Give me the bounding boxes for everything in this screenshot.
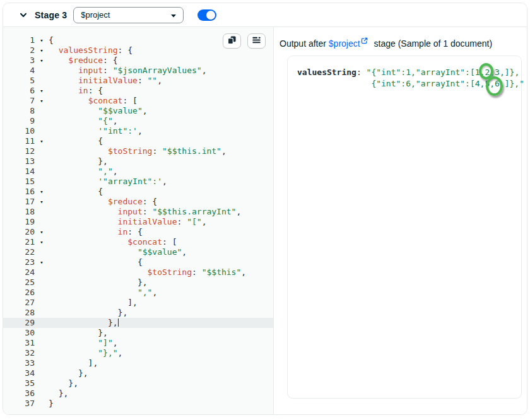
code-line[interactable]: 23▾ { bbox=[3, 257, 273, 267]
code-line[interactable]: 21▾ $concat: [ bbox=[3, 237, 273, 247]
fold-toggle-icon[interactable]: ▾ bbox=[35, 86, 49, 96]
fold-toggle-icon[interactable]: ▾ bbox=[35, 187, 49, 197]
fold-gutter bbox=[35, 348, 49, 358]
fold-toggle-icon[interactable]: ▾ bbox=[35, 136, 49, 146]
code-line[interactable]: 31 "]", bbox=[3, 338, 273, 348]
code-line[interactable]: 29 }, bbox=[3, 318, 273, 328]
stage-operator-select[interactable]: $project bbox=[73, 7, 184, 23]
chevron-down-icon[interactable] bbox=[18, 10, 28, 20]
line-number: 22 bbox=[3, 247, 35, 257]
code-text: }, bbox=[49, 156, 108, 166]
code-line[interactable]: 3▾ $reduce: { bbox=[3, 55, 273, 66]
fold-gutter bbox=[35, 338, 49, 348]
code-line[interactable]: 14 ",", bbox=[3, 166, 273, 177]
code-line[interactable]: 37} bbox=[3, 399, 273, 409]
stage-enabled-toggle[interactable] bbox=[197, 9, 216, 21]
code-text: } bbox=[49, 399, 54, 409]
code-line[interactable]: 27 ], bbox=[3, 298, 273, 308]
fold-toggle-icon[interactable]: ▾ bbox=[35, 45, 49, 55]
code-text: $concat: [ bbox=[49, 96, 138, 106]
code-line[interactable]: 10 '"int":', bbox=[3, 126, 273, 136]
line-number: 27 bbox=[3, 298, 35, 308]
stage-output-header: Output after $project stage (Sample of 1… bbox=[280, 35, 522, 47]
code-line[interactable]: 18 input: "$$this.arrayInt", bbox=[3, 207, 273, 217]
line-number: 29 bbox=[3, 318, 35, 328]
code-line[interactable]: 16▾ { bbox=[3, 187, 273, 197]
select-caret-icon bbox=[170, 9, 177, 21]
code-line[interactable]: 30 }, bbox=[3, 328, 273, 338]
fold-gutter bbox=[35, 146, 49, 156]
copy-button[interactable] bbox=[223, 33, 241, 49]
code-text: { bbox=[49, 136, 103, 146]
code-line[interactable]: 22 "$$value", bbox=[3, 247, 273, 257]
code-text: }, bbox=[49, 328, 108, 338]
code-text: $concat: [ bbox=[49, 237, 177, 247]
pipeline-stage-card: Stage 3 $project bbox=[3, 3, 527, 415]
fold-gutter bbox=[35, 267, 49, 277]
fold-gutter bbox=[35, 217, 49, 227]
fold-toggle-icon[interactable]: ▾ bbox=[35, 35, 49, 45]
code-line[interactable]: 15 '"arrayInt":', bbox=[3, 177, 273, 187]
fold-toggle-icon[interactable]: ▾ bbox=[35, 257, 49, 267]
code-line[interactable]: 32 "},", bbox=[3, 348, 273, 358]
code-text: ",", bbox=[49, 288, 157, 298]
code-line[interactable]: 17▾ $reduce: { bbox=[3, 197, 273, 207]
fold-toggle-icon[interactable]: ▾ bbox=[35, 55, 49, 66]
format-code-button[interactable] bbox=[247, 33, 266, 49]
fold-gutter bbox=[35, 288, 49, 298]
code-line[interactable]: 9 "{", bbox=[3, 116, 273, 126]
code-line[interactable]: 4 input: "$jsonArrayValues", bbox=[3, 66, 273, 76]
stage-operator-value: $project bbox=[81, 10, 170, 20]
document-field-separator: : bbox=[356, 67, 367, 90]
line-number: 15 bbox=[3, 177, 35, 187]
stage-code-editor[interactable]: 1▾{2▾ valuesString: {3▾ $reduce: {4 inpu… bbox=[3, 27, 274, 415]
stage-operator-docs-link[interactable]: $project bbox=[329, 38, 368, 49]
line-number: 8 bbox=[3, 106, 35, 116]
stage-operator-link-label: $project bbox=[329, 38, 360, 49]
line-number: 37 bbox=[3, 399, 35, 409]
line-number: 5 bbox=[3, 76, 35, 86]
code-line[interactable]: 36 }, bbox=[3, 388, 273, 399]
code-text: }, bbox=[49, 378, 78, 388]
code-line[interactable]: 28 }, bbox=[3, 308, 273, 318]
code-line[interactable]: 24 $toString: "$$this", bbox=[3, 267, 273, 277]
code-line[interactable]: 35 }, bbox=[3, 378, 273, 388]
fold-gutter bbox=[35, 247, 49, 257]
fold-toggle-icon[interactable]: ▾ bbox=[35, 237, 49, 247]
code-text: $toString: "$$this.int", bbox=[49, 146, 227, 156]
stage-body: 1▾{2▾ valuesString: {3▾ $reduce: {4 inpu… bbox=[3, 27, 527, 415]
stage-header: Stage 3 $project bbox=[3, 3, 527, 27]
line-number: 7 bbox=[3, 96, 35, 106]
code-text: { bbox=[49, 35, 54, 45]
code-line[interactable]: 34 }, bbox=[3, 368, 273, 378]
code-line[interactable]: 6▾ in: { bbox=[3, 86, 273, 96]
code-text: $toString: "$$this", bbox=[49, 267, 246, 277]
line-number: 13 bbox=[3, 156, 35, 166]
line-number: 12 bbox=[3, 146, 35, 156]
line-number: 36 bbox=[3, 388, 35, 399]
code-line[interactable]: 11▾ { bbox=[3, 136, 273, 146]
code-line[interactable]: 12 $toString: "$$this.int", bbox=[3, 146, 273, 156]
code-text: "]", bbox=[49, 338, 118, 348]
line-number: 2 bbox=[3, 45, 35, 55]
fold-gutter bbox=[35, 308, 49, 318]
code-lines: 1▾{2▾ valuesString: {3▾ $reduce: {4 inpu… bbox=[3, 35, 273, 409]
code-line[interactable]: 26 ",", bbox=[3, 288, 273, 298]
code-line[interactable]: 20▾ in: { bbox=[3, 227, 273, 237]
code-line[interactable]: 5 initialValue: "", bbox=[3, 76, 273, 86]
line-number: 10 bbox=[3, 126, 35, 136]
code-line[interactable]: 33 ], bbox=[3, 358, 273, 368]
fold-toggle-icon[interactable]: ▾ bbox=[35, 197, 49, 207]
code-text: }, bbox=[49, 368, 88, 378]
code-line[interactable]: 8 "$$value", bbox=[3, 106, 273, 116]
code-line[interactable]: 25 }, bbox=[3, 277, 273, 288]
annotation-circle-2 bbox=[486, 76, 503, 96]
code-line[interactable]: 7▾ $concat: [ bbox=[3, 96, 273, 106]
code-text: ], bbox=[49, 358, 98, 368]
code-text: }, bbox=[49, 388, 68, 399]
code-line[interactable]: 13 }, bbox=[3, 156, 273, 166]
code-text: }, bbox=[49, 308, 127, 318]
code-line[interactable]: 19 initialValue: "[", bbox=[3, 217, 273, 227]
fold-toggle-icon[interactable]: ▾ bbox=[35, 227, 49, 237]
fold-toggle-icon[interactable]: ▾ bbox=[35, 96, 49, 106]
